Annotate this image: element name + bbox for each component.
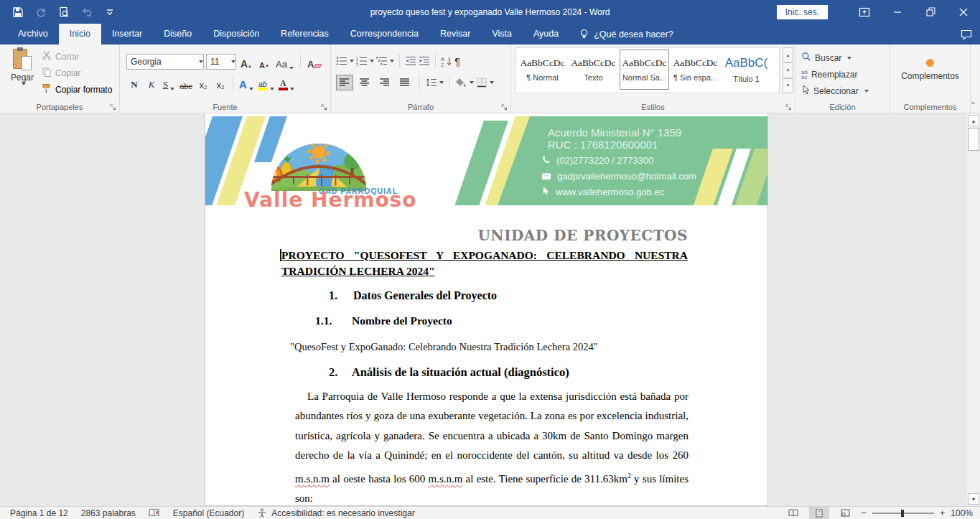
font-dialog-launcher-icon[interactable] (319, 103, 328, 111)
grow-font-button[interactable]: A▲ (238, 54, 254, 70)
align-right-button[interactable] (376, 75, 393, 90)
close-button[interactable] (947, 0, 980, 24)
select-cursor-icon (801, 85, 810, 97)
borders-button[interactable] (477, 78, 494, 88)
copy-label: Copiar (55, 68, 80, 78)
restore-button[interactable] (914, 0, 947, 24)
clear-formatting-button[interactable]: A (306, 54, 322, 70)
accessibility-status[interactable]: Accesibilidad: es necesario investigar (271, 508, 414, 518)
line-spacing-button[interactable] (426, 78, 444, 88)
replace-button[interactable]: abac Reemplazar (795, 67, 858, 82)
tab-referencias[interactable]: Referencias (270, 24, 340, 45)
minimize-button[interactable] (881, 0, 914, 24)
scrollbar-thumb[interactable] (968, 128, 979, 151)
paragraph-dialog-launcher-icon[interactable] (500, 103, 508, 111)
align-left-button[interactable] (336, 75, 353, 90)
shrink-font-button[interactable]: A▼ (256, 54, 272, 70)
tab-insertar[interactable]: Insertar (101, 24, 153, 45)
document-area: GAD PARROQUIAL Valle Hermoso Acuerdo Min… (0, 113, 966, 506)
find-button[interactable]: Buscar (795, 50, 851, 65)
read-mode-icon[interactable] (783, 507, 803, 519)
tab-diseno[interactable]: Diseño (153, 24, 202, 45)
sign-in-button[interactable]: Inic. ses. (777, 5, 828, 19)
font-size-combo[interactable]: 11 (206, 54, 236, 70)
styles-more-icon[interactable]: ▼ (783, 78, 793, 93)
font-family-combo[interactable]: Georgia (126, 54, 204, 70)
paste-button[interactable]: Pegar (6, 47, 39, 99)
print-layout-icon[interactable] (809, 507, 829, 519)
styles-dialog-launcher-icon[interactable] (784, 103, 793, 111)
format-painter-button[interactable]: Copiar formato (42, 82, 112, 97)
group-label-fuente: Fuente (120, 103, 330, 111)
unit-heading: UNIDAD DE PROYECTOS (281, 227, 688, 244)
tab-archivo[interactable]: Archivo (7, 24, 59, 45)
print-preview-icon[interactable] (57, 6, 70, 19)
word-window: proyecto queso fest y expoganado Valle H… (0, 0, 980, 519)
style-sin-espaciado[interactable]: AaBbCcDc ¶ Sin espa... (671, 50, 720, 90)
project-title-line2: TRADICIÓN LECHERA 2024" (281, 263, 688, 279)
zoom-slider-thumb[interactable] (901, 510, 904, 517)
justify-button[interactable] (396, 75, 414, 90)
underline-button[interactable]: S (161, 75, 177, 90)
strikethrough-button[interactable]: abc (178, 75, 194, 90)
vertical-scrollbar[interactable]: ▲ ▼ (966, 113, 980, 506)
sort-button[interactable]: AZ (441, 56, 452, 67)
customize-quick-access-icon[interactable] (103, 6, 116, 19)
zoom-level[interactable]: 100% (951, 508, 973, 518)
ribbon-display-options-icon[interactable] (848, 0, 881, 24)
tab-ayuda[interactable]: Ayuda (523, 24, 569, 45)
paste-dropdown-icon[interactable] (22, 83, 26, 85)
shading-button[interactable] (456, 78, 474, 88)
style-texto[interactable]: AaBbCcDc Texto (569, 50, 618, 90)
subscript-button[interactable]: x2 (195, 75, 211, 90)
collapse-ribbon-icon[interactable]: ⌃ (970, 100, 976, 110)
tell-me-box[interactable]: ¿Qué desea hacer? (579, 24, 673, 45)
phone-icon (542, 155, 550, 166)
multilevel-list-button[interactable] (376, 56, 394, 66)
tab-vista[interactable]: Vista (481, 24, 523, 45)
style-normal[interactable]: AaBbCcDc ¶ Normal (518, 50, 567, 90)
style-titulo-1[interactable]: AaBbC( Título 1 (722, 50, 771, 90)
comments-icon[interactable] (958, 27, 974, 42)
language-indicator[interactable]: Español (Ecuador) (173, 508, 244, 518)
heading-1-1-number: 1.1. (315, 314, 332, 327)
change-case-button[interactable]: Aa (274, 54, 295, 70)
scroll-down-icon[interactable]: ▼ (968, 493, 979, 505)
page-indicator[interactable]: Página 1 de 12 (10, 508, 68, 518)
document-page[interactable]: GAD PARROQUIAL Valle Hermoso Acuerdo Min… (205, 113, 768, 506)
font-color-button[interactable]: A (277, 75, 296, 90)
save-icon[interactable] (11, 6, 24, 19)
numbered-list-button[interactable]: 123 (356, 56, 374, 66)
copy-icon (42, 67, 52, 79)
select-button[interactable]: Seleccionar (795, 83, 869, 98)
pilcrow-button[interactable]: ¶ (454, 55, 460, 67)
increase-indent-button[interactable] (419, 56, 430, 66)
letterhead-email-row: gadprvallehermoso@hotmail.com (542, 171, 696, 182)
text-effects-button[interactable]: A (238, 75, 255, 90)
zoom-out-button[interactable]: − (861, 508, 867, 518)
bold-button[interactable]: N (126, 75, 142, 90)
styles-scroll-up-icon[interactable]: ▲ (783, 47, 793, 62)
highlight-button[interactable]: ab (256, 75, 276, 90)
web-layout-icon[interactable] (835, 507, 855, 519)
zoom-in-button[interactable]: + (940, 508, 946, 518)
tab-disposicion[interactable]: Disposición (202, 24, 270, 45)
word-count[interactable]: 2863 palabras (81, 508, 136, 518)
italic-button[interactable]: K (144, 75, 159, 90)
decrease-indent-button[interactable] (405, 56, 416, 66)
addins-button[interactable]: Complementos (890, 59, 970, 81)
clipboard-dialog-launcher-icon[interactable] (108, 103, 117, 111)
scroll-up-icon[interactable]: ▲ (968, 115, 979, 126)
proofing-errors-icon[interactable] (149, 508, 160, 518)
styles-scroll-down-icon[interactable]: ▼ (783, 62, 793, 78)
style-normal-sa[interactable]: AaBbCcDc Normal Sa... (620, 50, 669, 90)
tab-correspondencia[interactable]: Correspondencia (340, 24, 429, 45)
lightbulb-icon (579, 29, 589, 39)
bullet-list-button[interactable] (336, 56, 354, 66)
zoom-slider[interactable] (872, 513, 934, 514)
align-center-button[interactable] (356, 75, 373, 90)
tab-revisar[interactable]: Revisar (429, 24, 481, 45)
superscript-button[interactable]: x2 (213, 75, 228, 90)
tab-inicio[interactable]: Inicio (59, 24, 101, 45)
undo-icon (80, 6, 93, 19)
